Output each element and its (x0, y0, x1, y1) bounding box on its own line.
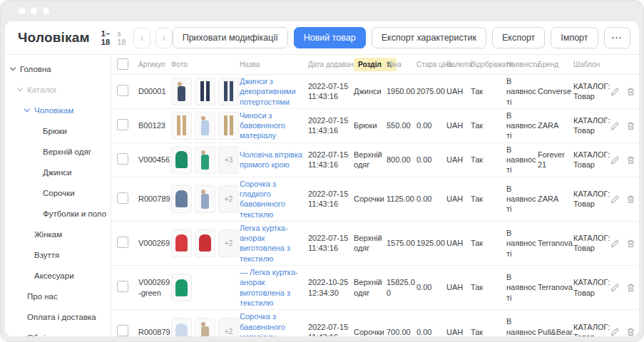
price-cell: 800.00 (387, 155, 416, 165)
column-header-template[interactable]: Шаблон (573, 61, 610, 68)
delete-icon[interactable] (626, 195, 635, 204)
section-cell: Верхній одяг (354, 150, 387, 170)
delete-icon[interactable] (626, 239, 635, 248)
row-checkbox[interactable] (117, 192, 128, 204)
sidebar-item[interactable]: Про нас (5, 286, 111, 306)
table-row: V000456+3Чоловіча вітрівка прямого крою2… (111, 143, 639, 177)
export-button[interactable]: Експорт (492, 27, 545, 48)
sidebar-item[interactable]: Футболки и поло (5, 203, 111, 224)
product-photo (218, 78, 239, 105)
column-header-availability[interactable]: Наявність (506, 61, 538, 68)
date-cell: 2022-07-15 11:43:16 (308, 81, 354, 102)
column-header-currency[interactable]: Валюта (446, 61, 471, 68)
sidebar-item[interactable]: Джинси (5, 162, 111, 182)
column-header-sku[interactable]: Артикул (138, 61, 171, 68)
edit-icon[interactable] (610, 239, 620, 248)
column-header-date[interactable]: Дата додавання (308, 61, 354, 68)
photo-cell[interactable]: +3 (171, 146, 240, 174)
sidebar-item-label: Жінкам (34, 230, 62, 239)
name-cell: Сорочка з гладкого бавовняного текстилю (240, 179, 308, 219)
sidebar-item[interactable]: Жінкам (5, 224, 111, 244)
sidebar-item[interactable]: Чоловікам (5, 100, 111, 120)
product-name-link[interactable]: Сорочка з бавовняного матеріалу притален… (240, 312, 305, 336)
column-header-section[interactable]: Розділ⇅ (354, 58, 387, 71)
toolbar: Приховати модифікації Новий товар Експор… (173, 27, 630, 48)
export-characteristics-button[interactable]: Експорт характеристик (372, 27, 486, 48)
actions-cell (610, 283, 639, 292)
sku-cell: V000456 (138, 155, 171, 165)
column-header-price[interactable]: Ціна (387, 61, 416, 68)
table-row: B00123Чиноси з бавовняного матеріалу2022… (111, 109, 639, 143)
model-figure-shape (201, 116, 209, 135)
delete-icon[interactable] (626, 155, 635, 165)
new-product-button[interactable]: Новий товар (294, 27, 366, 48)
sidebar-item[interactable]: Каталог (5, 79, 111, 100)
row-checkbox[interactable] (117, 153, 128, 165)
more-actions-button[interactable]: ··· (604, 27, 631, 48)
edit-icon[interactable] (610, 283, 620, 292)
price-cell: 1575.00 (387, 238, 416, 248)
currency-cell: UAH (446, 282, 471, 292)
column-header-name[interactable]: Назва (240, 61, 308, 68)
column-header-old_price[interactable]: Стара ціна (416, 61, 446, 68)
product-name-link[interactable]: Чоловіча вітрівка прямого крою (240, 150, 302, 169)
edit-icon[interactable] (610, 327, 620, 336)
photo-cell[interactable] (171, 78, 240, 105)
row-checkbox[interactable] (117, 281, 128, 292)
more-photos-badge: +2 (218, 185, 239, 213)
page-title: Чоловікам (18, 30, 90, 46)
pagination-prev-button[interactable]: ‹ (133, 28, 150, 48)
edit-icon[interactable] (610, 155, 620, 165)
availability-cell: В наявності (506, 316, 538, 336)
sidebar-item[interactable]: Головна (5, 58, 111, 79)
table-row: D00001Джинси з декоративними потертостям… (111, 75, 639, 109)
import-button[interactable]: Імпорт (551, 27, 598, 48)
pagination-next-button[interactable]: › (155, 28, 173, 48)
photo-cell[interactable]: +2 (171, 318, 240, 336)
product-photo (171, 146, 192, 174)
display-cell: Так (471, 282, 506, 292)
product-name-link[interactable]: — Легка куртка-анорак виготовлена з текс… (240, 268, 298, 307)
photo-cell[interactable]: +2 (171, 185, 240, 213)
section-cell: Брюки (354, 120, 387, 130)
row-checkbox[interactable] (117, 119, 128, 130)
hide-modifications-button[interactable]: Приховати модифікації (173, 27, 288, 48)
row-checkbox[interactable] (117, 85, 128, 96)
row-checkbox[interactable] (117, 237, 128, 248)
column-header-brand[interactable]: Бренд (538, 61, 573, 68)
product-name-link[interactable]: Сорочка з гладкого бавовняного текстилю (240, 180, 285, 219)
product-name-link[interactable]: Легка куртка-анорак виготовлена з тексти… (240, 224, 290, 263)
row-checkbox[interactable] (117, 325, 128, 336)
photo-cell[interactable]: +2 (171, 229, 240, 257)
delete-icon[interactable] (626, 121, 635, 130)
select-all-checkbox[interactable] (117, 58, 128, 70)
sidebar-item-label: Чоловікам (34, 106, 73, 115)
old-price-cell: 0.00 (416, 194, 446, 204)
sidebar-item[interactable]: Оплата і доставка (5, 306, 111, 327)
product-name-link[interactable]: Джинси з декоративними потертостями (240, 77, 296, 106)
edit-icon[interactable] (610, 121, 620, 130)
delete-icon[interactable] (626, 283, 635, 292)
product-photo (171, 185, 192, 213)
product-name-link[interactable]: Чиноси з бавовняного матеріалу (240, 111, 285, 140)
edit-icon[interactable] (610, 87, 620, 96)
sidebar-item[interactable]: Взуття (5, 244, 111, 265)
sku-cell: V000269 (138, 238, 171, 248)
sku-cell: D00001 (138, 86, 171, 96)
delete-icon[interactable] (626, 87, 635, 96)
photo-cell[interactable] (171, 112, 240, 140)
sidebar-item[interactable]: Верхній одяг (5, 141, 111, 162)
column-header-photo[interactable]: Фото (171, 61, 240, 68)
edit-icon[interactable] (610, 195, 620, 204)
sidebar-item[interactable]: Сорочки (5, 182, 111, 203)
sidebar-item[interactable]: Аксесуари (5, 265, 111, 286)
select-cell (117, 192, 138, 206)
sidebar-item[interactable]: Обмін та повернення (5, 327, 111, 336)
chevron-down-icon (17, 86, 23, 91)
sidebar-item-label: Верхній одяг (43, 147, 91, 156)
availability-cell: В наявності (506, 184, 538, 214)
delete-icon[interactable] (626, 327, 635, 336)
photo-cell[interactable] (171, 274, 240, 301)
column-header-display[interactable]: Відображати (471, 61, 506, 68)
sidebar-item[interactable]: Брюки (5, 120, 111, 141)
